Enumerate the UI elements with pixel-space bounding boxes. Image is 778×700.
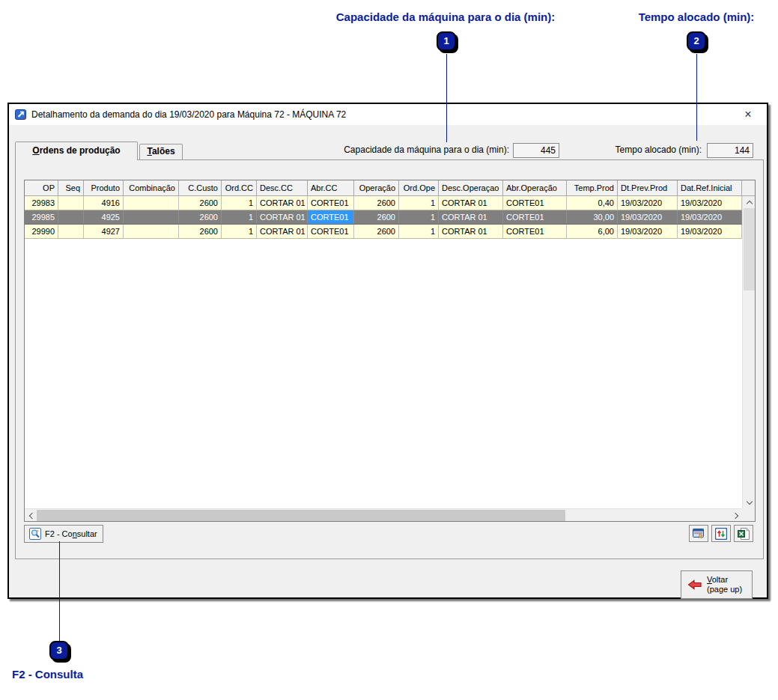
close-button[interactable]: × — [737, 106, 759, 123]
scroll-up-arrow[interactable] — [743, 196, 756, 208]
table-cell[interactable]: CORTE01 — [308, 210, 354, 224]
tab-taloes[interactable]: Talões — [139, 144, 183, 159]
table-cell[interactable] — [58, 210, 84, 224]
table-cell[interactable]: 29985 — [25, 210, 58, 224]
table-cell[interactable]: 1 — [399, 225, 439, 238]
table-cell[interactable]: 19/03/2020 — [618, 196, 678, 210]
table-cell[interactable] — [124, 196, 179, 210]
table-cell[interactable]: 1 — [222, 210, 257, 224]
column-header-dat-ref-inicial[interactable]: Dat.Ref.Inicial — [678, 180, 742, 196]
grid-header-corner — [742, 180, 755, 196]
allocated-time-label: Tempo alocado (min): — [578, 144, 702, 155]
column-header-dt-prev-prod[interactable]: Dt.Prev.Prod — [618, 180, 678, 196]
table-cell[interactable]: 2600 — [354, 196, 399, 210]
column-header-opera-o[interactable]: Operação — [354, 180, 399, 196]
table-cell[interactable]: CORTAR 01 — [439, 225, 503, 238]
titlebar: Detalhamento da demanda do dia 19/03/202… — [9, 104, 767, 125]
table-cell[interactable]: CORTAR 01 — [439, 210, 503, 224]
table-cell[interactable] — [58, 196, 84, 210]
table-cell[interactable]: CORTAR 01 — [257, 210, 308, 224]
table-cell[interactable]: 2600 — [179, 196, 222, 210]
vertical-scrollbar[interactable] — [742, 196, 755, 508]
table-cell[interactable]: CORTE01 — [503, 196, 567, 210]
table-cell[interactable]: 1 — [399, 210, 439, 224]
dialog-client-area: Ordens de produção Talões Capacidade da … — [9, 125, 767, 597]
tab-ordens-de-producao[interactable]: Ordens de produção — [15, 141, 138, 160]
callout-badge-3: 3 — [49, 641, 69, 660]
window-title: Detalhamento da demanda do dia 19/03/202… — [31, 109, 346, 120]
export-excel-icon[interactable] — [734, 525, 753, 542]
callout-line-1 — [446, 54, 447, 142]
table-cell[interactable] — [124, 225, 179, 238]
column-header-ord-cc[interactable]: Ord.CC — [222, 180, 257, 196]
table-cell[interactable]: 2600 — [354, 210, 399, 224]
scroll-right-arrow[interactable] — [730, 509, 742, 522]
callout-label-capacity: Capacidade da máquina para o dia (min): — [314, 10, 577, 23]
horizontal-scrollbar[interactable] — [25, 508, 742, 521]
column-header-op[interactable]: OP — [25, 180, 58, 196]
table-cell[interactable]: 1 — [222, 196, 257, 210]
callout-badge-2: 2 — [687, 31, 706, 51]
production-orders-grid: OPSeqProdutoCombinaçãoC.CustoOrd.CCDesc.… — [24, 180, 756, 522]
table-cell[interactable] — [124, 210, 179, 224]
table-cell[interactable]: 0,40 — [567, 196, 618, 210]
tab-label: alões — [152, 146, 175, 156]
table-cell[interactable]: CORTAR 01 — [257, 196, 308, 210]
callout-label-allocated: Tempo alocado (min): — [622, 10, 771, 23]
scroll-left-arrow[interactable] — [25, 509, 37, 522]
voltar-label: Voltar (page up) — [707, 575, 742, 594]
table-cell[interactable]: 19/03/2020 — [618, 210, 678, 224]
table-cell[interactable]: 4916 — [84, 196, 124, 210]
table-cell[interactable]: 29990 — [25, 225, 58, 238]
horizontal-scroll-thumb[interactable] — [37, 510, 565, 521]
table-row[interactable]: 29985492526001CORTAR 01CORTE0126001CORTA… — [25, 210, 742, 225]
allocated-time-field: 144 — [707, 143, 753, 158]
column-header-temp-prod[interactable]: Temp.Prod — [567, 180, 618, 196]
voltar-button[interactable]: Voltar (page up) — [681, 570, 753, 599]
f2-consultar-label: F2 - Consultar — [45, 529, 97, 538]
scroll-down-arrow[interactable] — [743, 496, 756, 508]
table-cell[interactable]: 19/03/2020 — [678, 210, 742, 224]
table-cell[interactable]: 29983 — [25, 196, 58, 210]
table-cell[interactable]: 19/03/2020 — [678, 196, 742, 210]
tab-page-panel: OPSeqProdutoCombinaçãoC.CustoOrd.CCDesc.… — [15, 159, 764, 559]
table-cell[interactable]: 30,00 — [567, 210, 618, 224]
sort-order-icon[interactable] — [711, 525, 731, 542]
table-cell[interactable] — [58, 225, 84, 238]
column-header-abr-cc[interactable]: Abr.CC — [308, 180, 354, 196]
column-header-desc-cc[interactable]: Desc.CC — [257, 180, 308, 196]
table-cell[interactable]: 19/03/2020 — [678, 225, 742, 238]
table-cell[interactable]: CORTE01 — [308, 225, 354, 238]
grid-body: 29983491626001CORTAR 01CORTE0126001CORTA… — [25, 196, 742, 508]
table-cell[interactable]: CORTE01 — [308, 196, 354, 210]
table-cell[interactable]: 4927 — [84, 225, 124, 238]
table-row[interactable]: 29983491626001CORTAR 01CORTE0126001CORTA… — [25, 196, 742, 210]
table-cell[interactable]: 4925 — [84, 210, 124, 224]
dialog-window: Detalhamento da demanda do dia 19/03/202… — [7, 103, 768, 599]
vertical-scroll-thumb[interactable] — [744, 208, 755, 290]
chevron-left-icon — [28, 512, 34, 518]
table-cell[interactable]: CORTE01 — [503, 210, 567, 224]
column-header-produto[interactable]: Produto — [84, 180, 124, 196]
grid-hand-icon[interactable] — [689, 525, 708, 542]
column-header-abr-opera-o[interactable]: Abr.Operação — [503, 180, 567, 196]
table-cell[interactable]: 2600 — [354, 225, 399, 238]
column-header-combina-o[interactable]: Combinação — [124, 180, 179, 196]
f2-consultar-button[interactable]: F2 - Consultar — [24, 525, 103, 543]
table-cell[interactable]: 1 — [399, 196, 439, 210]
table-cell[interactable]: 6,00 — [567, 225, 618, 238]
table-cell[interactable]: CORTAR 01 — [257, 225, 308, 238]
column-header-ord-ope[interactable]: Ord.Ope — [399, 180, 439, 196]
table-cell[interactable]: 19/03/2020 — [618, 225, 678, 238]
table-cell[interactable]: 2600 — [179, 225, 222, 238]
table-cell[interactable]: 1 — [222, 225, 257, 238]
back-arrow-icon — [687, 579, 702, 591]
column-header-c-custo[interactable]: C.Custo — [179, 180, 222, 196]
table-cell[interactable]: CORTAR 01 — [439, 196, 503, 210]
column-header-desc-opera-ao[interactable]: Desc.Operaçao — [439, 180, 503, 196]
table-row[interactable]: 29990492726001CORTAR 01CORTE0126001CORTA… — [25, 225, 742, 239]
table-cell[interactable]: CORTE01 — [503, 225, 567, 238]
table-cell[interactable]: 2600 — [179, 210, 222, 224]
column-header-seq[interactable]: Seq — [58, 180, 84, 196]
magnifier-icon — [29, 528, 41, 540]
